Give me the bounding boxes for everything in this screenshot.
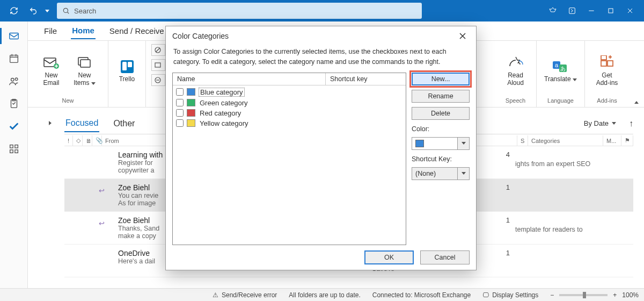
zoom-slider[interactable] xyxy=(559,294,608,296)
new-email-button[interactable]: New Email xyxy=(39,55,64,87)
reply-icon: ↩ xyxy=(99,187,105,195)
display-settings-button[interactable]: 🖵Display Settings xyxy=(482,291,538,299)
svg-rect-11 xyxy=(14,150,18,153)
svg-rect-2 xyxy=(609,9,613,13)
title-bar: Search xyxy=(0,0,644,22)
col-reminder-icon[interactable]: ◇ xyxy=(73,135,83,146)
svg-rect-4 xyxy=(10,55,18,63)
category-checkbox[interactable] xyxy=(176,109,184,117)
ribbon-group-language: aあ Translate Language xyxy=(537,41,585,107)
mail-plus-icon xyxy=(42,55,61,71)
rail-calendar-icon[interactable] xyxy=(0,47,28,70)
cleanup-icon[interactable] xyxy=(151,59,165,71)
svg-rect-27 xyxy=(608,61,613,66)
category-swatch xyxy=(187,99,195,106)
col-flag-icon[interactable]: ⚑ xyxy=(621,135,633,146)
translate-icon: aあ xyxy=(551,59,569,75)
tab-send-receive[interactable]: Send / Receive xyxy=(108,23,165,39)
category-row[interactable]: Blue category xyxy=(175,87,404,98)
dialog-close-icon[interactable] xyxy=(456,29,470,43)
search-icon xyxy=(62,7,70,15)
tab-other[interactable]: Other xyxy=(112,116,136,132)
category-row[interactable]: Yellow category xyxy=(175,118,404,128)
category-row[interactable]: Red category xyxy=(175,108,404,118)
col-attachment-icon[interactable]: 📎 xyxy=(92,135,102,146)
category-checkbox[interactable] xyxy=(176,88,184,96)
col-name[interactable]: Name xyxy=(173,73,325,85)
svg-rect-26 xyxy=(601,61,606,66)
col-m[interactable]: M... xyxy=(603,135,621,146)
tab-file[interactable]: File xyxy=(43,23,58,39)
category-row[interactable]: Green category xyxy=(175,98,404,108)
chevron-down-icon xyxy=(457,168,469,180)
junk-icon[interactable] xyxy=(151,74,165,86)
col-importance-icon[interactable]: ! xyxy=(64,135,73,146)
chevron-down-icon xyxy=(457,138,469,149)
col-icon-icon[interactable]: 🗎 xyxy=(83,135,92,146)
zoom-out-icon[interactable]: − xyxy=(550,291,554,299)
maximize-icon[interactable] xyxy=(601,0,620,22)
premium-icon[interactable] xyxy=(543,0,562,22)
minimize-icon[interactable] xyxy=(582,0,601,22)
group-label-addins: Add-ins xyxy=(597,97,617,106)
category-swatch xyxy=(187,88,195,96)
category-swatch xyxy=(187,109,195,117)
tab-focused[interactable]: Focused xyxy=(64,115,99,132)
zoom-controls[interactable]: − + 100% xyxy=(550,291,639,299)
ribbon-collapse-icon[interactable] xyxy=(629,41,644,107)
rail-tasks-icon[interactable] xyxy=(0,92,28,115)
addins-icon xyxy=(598,55,616,71)
status-error[interactable]: ⚠Send/Receive error xyxy=(213,291,277,299)
category-swatch xyxy=(187,119,195,127)
new-items-button[interactable]: New Items xyxy=(72,55,98,87)
zoom-in-icon[interactable]: + xyxy=(613,291,617,299)
get-addins-button[interactable]: Get Add-ins xyxy=(594,55,620,87)
color-categories-dialog: Color Categories To assign Color Categor… xyxy=(165,26,477,270)
read-aloud-button[interactable]: Read Aloud xyxy=(503,55,529,87)
folder-expand-icon[interactable] xyxy=(45,118,55,128)
category-checkbox[interactable] xyxy=(176,119,184,127)
dialog-footer: OK Cancel xyxy=(166,245,476,270)
col-shortcut[interactable]: Shortcut key xyxy=(325,73,406,85)
rail-mail-icon[interactable] xyxy=(0,25,28,47)
delete-button[interactable]: Delete xyxy=(412,107,470,120)
category-name: Yellow category xyxy=(199,119,250,127)
ribbon-group-trello: Trello xyxy=(108,41,146,107)
close-icon[interactable] xyxy=(620,0,640,22)
shortcut-select[interactable]: (None) xyxy=(412,167,470,180)
color-label: Color: xyxy=(412,125,470,133)
dialog-title-bar: Color Categories xyxy=(166,26,476,46)
undo-dropdown-icon[interactable] xyxy=(43,0,52,22)
rail-people-icon[interactable] xyxy=(0,70,28,92)
refresh-icon[interactable] xyxy=(4,0,24,22)
category-list: Name Shortcut key Blue categoryGreen cat… xyxy=(172,73,406,246)
rail-more-icon[interactable] xyxy=(0,138,28,160)
coming-soon-icon[interactable] xyxy=(562,0,582,22)
search-input[interactable]: Search xyxy=(57,3,422,19)
ignore-icon[interactable] xyxy=(151,44,165,56)
category-checkbox[interactable] xyxy=(176,99,184,106)
svg-rect-18 xyxy=(128,62,132,67)
svg-rect-8 xyxy=(10,145,13,148)
col-categories[interactable]: Categories xyxy=(528,135,603,146)
ribbon-group-speech: Read Aloud Speech xyxy=(495,41,537,107)
ok-button[interactable]: OK xyxy=(364,250,414,264)
sort-by-button[interactable]: By Date xyxy=(584,119,616,127)
category-name: Green category xyxy=(199,99,249,107)
dialog-title: Color Categories xyxy=(172,32,229,40)
trello-button[interactable]: Trello xyxy=(114,59,140,83)
col-s[interactable]: S xyxy=(517,135,528,146)
tab-home[interactable]: Home xyxy=(71,23,96,39)
translate-button[interactable]: aあ Translate xyxy=(544,59,577,83)
rail-todo-icon[interactable] xyxy=(0,115,28,138)
dialog-intro: To assign Color Categories to the curren… xyxy=(166,46,476,73)
color-select[interactable] xyxy=(412,137,470,150)
cancel-button[interactable]: Cancel xyxy=(420,250,470,264)
sort-ascending-icon[interactable]: ↑ xyxy=(629,119,633,128)
dialog-side: New... Rename Delete Color: Shortcut Key… xyxy=(412,73,470,246)
new-category-button[interactable]: New... xyxy=(412,73,470,85)
undo-icon[interactable] xyxy=(24,0,43,22)
rename-button[interactable]: Rename xyxy=(412,90,470,103)
ribbon-group-new: New Email New Items New xyxy=(28,41,108,107)
svg-point-5 xyxy=(11,78,14,82)
